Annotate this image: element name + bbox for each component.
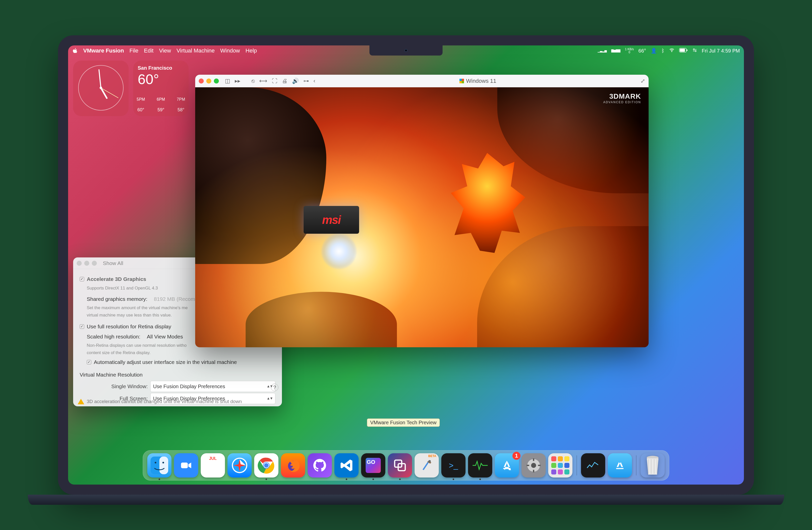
weather-widget[interactable]: San Francisco 60° 5PM60° 6PM59° 7PM58°: [133, 60, 189, 116]
3dmark-badge: 3DMARK ADVANCED EDITION: [603, 92, 641, 104]
fullscreen-icon[interactable]: ⛶: [272, 78, 277, 84]
menu-file[interactable]: File: [129, 47, 138, 54]
accelerate-3d-checkbox[interactable]: ✓: [80, 277, 84, 281]
dock-app-xcode-beta[interactable]: BETA: [415, 453, 439, 477]
menubar-app-name[interactable]: VMware Fusion: [83, 47, 124, 54]
minimize-icon: [206, 79, 211, 84]
close-icon: [199, 79, 204, 84]
svg-point-18: [264, 463, 269, 468]
svg-rect-26: [533, 459, 534, 461]
shared-mem-label: Shared graphics memory:: [87, 294, 147, 304]
minimize-icon: [84, 261, 89, 266]
menu-help[interactable]: Help: [246, 47, 257, 54]
laptop-notch: [369, 45, 443, 56]
svg-rect-3: [687, 50, 687, 51]
sidebar-toggle-icon[interactable]: ◫: [225, 78, 230, 84]
weather-temp: 60°: [138, 71, 184, 87]
vm-display[interactable]: msi 3DMARK ADVANCED EDITION: [195, 87, 649, 347]
retina-checkbox[interactable]: ✓: [80, 324, 84, 329]
status-volume-icon[interactable]: 👤: [651, 48, 657, 54]
weather-city: San Francisco: [138, 65, 184, 71]
unity-icon[interactable]: ⟷: [259, 78, 267, 84]
dock-app-zoom[interactable]: [174, 453, 198, 477]
show-all-button[interactable]: Show All: [103, 260, 123, 266]
svg-point-22: [429, 460, 431, 462]
vmres-heading: Virtual Machine Resolution: [80, 370, 275, 379]
status-control-center-icon[interactable]: [692, 48, 697, 54]
dock-app-chrome[interactable]: [254, 453, 278, 477]
vm-window: ◫ ▸▸ ⎋ ⟷ ⛶ 🖨 🔊 ⊶ ‹ Windows 11 ⤢: [195, 75, 649, 347]
close-icon: [77, 261, 82, 266]
expand-icon[interactable]: ⤢: [640, 78, 645, 84]
svg-rect-28: [527, 465, 529, 466]
status-cpu-graph-icon[interactable]: ▁▃▂▅: [598, 49, 607, 52]
sound-icon[interactable]: 🔊: [292, 78, 299, 84]
clock-widget[interactable]: [73, 60, 129, 116]
help-button[interactable]: ?: [271, 383, 278, 391]
svg-point-11: [162, 462, 164, 464]
svg-point-25: [531, 463, 536, 468]
status-mem-graph-icon[interactable]: ▇▆▇▇: [611, 49, 620, 52]
windows-logo-icon: [460, 79, 464, 83]
window-traffic-lights[interactable]: [77, 261, 97, 266]
zoom-icon: [214, 79, 219, 84]
dock-app-goland[interactable]: GO: [361, 453, 385, 477]
macos-dock: JUL7 GO BETA >_ 1: [143, 450, 669, 480]
dock-app-firefox[interactable]: [281, 453, 305, 477]
apple-logo-icon[interactable]: [72, 48, 78, 54]
dock-app-launchpad[interactable]: [548, 453, 572, 477]
dock-trash[interactable]: [640, 453, 665, 477]
settings-warning: 3D acceleration cannot be changed until …: [78, 399, 242, 404]
warning-icon: [78, 399, 84, 404]
dock-app-store-2[interactable]: [608, 453, 632, 477]
status-wifi-icon[interactable]: [669, 47, 675, 54]
dock-app-github[interactable]: [308, 453, 332, 477]
dock-app-activity-monitor[interactable]: [468, 453, 492, 477]
single-window-label: Single Window:: [80, 382, 148, 391]
svg-rect-12: [181, 463, 188, 469]
svg-rect-9: [159, 457, 168, 474]
dock-app-safari[interactable]: [228, 453, 252, 477]
disk-icon[interactable]: 🖨: [282, 78, 288, 84]
shared-mem-value: 8192 MB (Recom: [154, 294, 195, 304]
single-window-select[interactable]: Use Fusion Display Preferences▲▼: [150, 381, 275, 392]
status-network[interactable]: 1 KB/s0: [625, 48, 634, 54]
svg-point-6: [695, 50, 696, 52]
dock-app-stocks[interactable]: [581, 453, 605, 477]
status-datetime[interactable]: Fri Jul 7 4:59 PM: [702, 48, 740, 54]
status-battery-icon[interactable]: [679, 48, 688, 54]
dock-app-vmware-fusion[interactable]: [388, 453, 412, 477]
app-store-badge: 1: [512, 452, 521, 460]
dock-app-system-settings[interactable]: [522, 453, 546, 477]
vm-title: Windows 11: [466, 78, 496, 84]
status-bluetooth-icon[interactable]: ᛒ: [662, 48, 665, 54]
menu-virtual-machine[interactable]: Virtual Machine: [176, 47, 215, 54]
dock-app-finder[interactable]: [147, 453, 172, 477]
zoom-icon: [92, 261, 97, 266]
svg-rect-27: [533, 470, 534, 472]
svg-rect-29: [538, 465, 541, 466]
dock-separator: [577, 455, 577, 475]
retina-label: Use full resolution for Retina display: [87, 322, 171, 331]
dock-separator-2: [636, 455, 637, 475]
back-icon[interactable]: ‹: [314, 78, 315, 84]
status-temperature[interactable]: 66°: [638, 48, 646, 54]
dock-app-vscode[interactable]: [334, 453, 359, 477]
menu-view[interactable]: View: [159, 47, 171, 54]
scaled-value: All View Modes: [147, 332, 183, 341]
dock-app-store[interactable]: 1: [495, 453, 519, 477]
dock-app-terminal[interactable]: >_: [441, 453, 465, 477]
vm-titlebar[interactable]: ◫ ▸▸ ⎋ ⟷ ⛶ 🖨 🔊 ⊶ ‹ Windows 11 ⤢: [195, 75, 649, 87]
vm-traffic-lights[interactable]: [199, 79, 219, 84]
menu-window[interactable]: Window: [220, 47, 240, 54]
auto-adjust-checkbox[interactable]: ✓: [87, 360, 91, 364]
vm-power-icon[interactable]: ▸▸: [235, 78, 240, 84]
svg-point-4: [693, 49, 695, 50]
dock-app-calendar[interactable]: JUL7: [201, 453, 225, 477]
snapshot-icon[interactable]: ⎋: [251, 78, 255, 84]
svg-rect-2: [680, 49, 685, 52]
usb-icon[interactable]: ⊶: [303, 78, 309, 84]
menu-edit[interactable]: Edit: [144, 47, 154, 54]
auto-adjust-label: Automatically adjust user interface size…: [94, 358, 237, 367]
svg-point-0: [671, 51, 672, 52]
